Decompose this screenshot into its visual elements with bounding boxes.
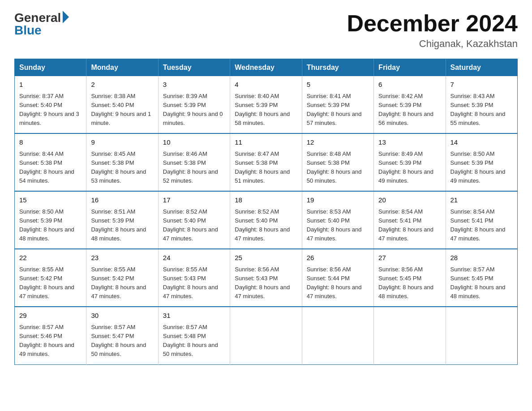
day-info: Sunrise: 8:43 AMSunset: 5:39 PMDaylight:… (450, 93, 506, 126)
table-row: 6 Sunrise: 8:42 AMSunset: 5:39 PMDayligh… (374, 76, 446, 133)
col-saturday: Saturday (446, 59, 517, 77)
day-info: Sunrise: 8:54 AMSunset: 5:41 PMDaylight:… (450, 208, 506, 242)
table-row: 4 Sunrise: 8:40 AMSunset: 5:39 PMDayligh… (230, 76, 302, 133)
table-row: 1 Sunrise: 8:37 AMSunset: 5:40 PMDayligh… (15, 76, 86, 133)
day-info: Sunrise: 8:42 AMSunset: 5:39 PMDaylight:… (378, 93, 433, 126)
calendar-table: Sunday Monday Tuesday Wednesday Thursday… (14, 59, 518, 364)
table-row: 5 Sunrise: 8:41 AMSunset: 5:39 PMDayligh… (302, 76, 373, 133)
col-thursday: Thursday (302, 59, 373, 77)
day-info: Sunrise: 8:57 AMSunset: 5:46 PMDaylight:… (19, 324, 74, 357)
day-info: Sunrise: 8:38 AMSunset: 5:40 PMDaylight:… (91, 93, 151, 126)
table-row: 10 Sunrise: 8:46 AMSunset: 5:38 PMDaylig… (158, 133, 230, 191)
table-row: 17 Sunrise: 8:52 AMSunset: 5:40 PMDaylig… (158, 191, 230, 249)
day-number: 2 (91, 80, 153, 90)
calendar-week-row: 22 Sunrise: 8:55 AMSunset: 5:42 PMDaylig… (15, 249, 518, 307)
day-number: 7 (450, 80, 513, 90)
col-friday: Friday (374, 59, 446, 77)
table-row: 26 Sunrise: 8:56 AMSunset: 5:44 PMDaylig… (302, 249, 373, 307)
day-number: 17 (163, 195, 225, 206)
table-row: 21 Sunrise: 8:54 AMSunset: 5:41 PMDaylig… (446, 191, 517, 249)
logo: General Blue (14, 11, 69, 38)
col-wednesday: Wednesday (230, 59, 302, 77)
day-number: 19 (307, 195, 369, 206)
table-row: 29 Sunrise: 8:57 AMSunset: 5:46 PMDaylig… (15, 307, 86, 364)
calendar-week-row: 15 Sunrise: 8:50 AMSunset: 5:39 PMDaylig… (15, 191, 518, 249)
day-info: Sunrise: 8:45 AMSunset: 5:38 PMDaylight:… (91, 150, 146, 184)
day-info: Sunrise: 8:46 AMSunset: 5:38 PMDaylight:… (163, 150, 218, 184)
table-row: 3 Sunrise: 8:39 AMSunset: 5:39 PMDayligh… (158, 76, 230, 133)
day-number: 18 (235, 195, 297, 206)
day-info: Sunrise: 8:44 AMSunset: 5:38 PMDaylight:… (19, 150, 74, 184)
day-info: Sunrise: 8:55 AMSunset: 5:42 PMDaylight:… (91, 266, 146, 300)
table-row: 25 Sunrise: 8:56 AMSunset: 5:43 PMDaylig… (230, 249, 302, 307)
day-number: 13 (378, 137, 441, 148)
day-info: Sunrise: 8:56 AMSunset: 5:43 PMDaylight:… (235, 266, 290, 300)
day-number: 20 (378, 195, 441, 206)
day-info: Sunrise: 8:37 AMSunset: 5:40 PMDaylight:… (19, 93, 79, 126)
day-info: Sunrise: 8:57 AMSunset: 5:47 PMDaylight:… (91, 324, 146, 357)
day-number: 21 (450, 195, 513, 206)
day-number: 4 (235, 80, 297, 90)
day-info: Sunrise: 8:52 AMSunset: 5:40 PMDaylight:… (163, 208, 218, 242)
day-info: Sunrise: 8:57 AMSunset: 5:45 PMDaylight:… (450, 266, 506, 300)
day-number: 16 (91, 195, 153, 206)
table-row (230, 307, 302, 364)
calendar-week-row: 8 Sunrise: 8:44 AMSunset: 5:38 PMDayligh… (15, 133, 518, 191)
table-row: 7 Sunrise: 8:43 AMSunset: 5:39 PMDayligh… (446, 76, 517, 133)
day-info: Sunrise: 8:56 AMSunset: 5:44 PMDaylight:… (307, 266, 362, 300)
table-row: 14 Sunrise: 8:50 AMSunset: 5:39 PMDaylig… (446, 133, 517, 191)
table-row: 19 Sunrise: 8:53 AMSunset: 5:40 PMDaylig… (302, 191, 373, 249)
day-number: 12 (307, 137, 369, 148)
table-row: 18 Sunrise: 8:52 AMSunset: 5:40 PMDaylig… (230, 191, 302, 249)
day-number: 1 (19, 80, 82, 90)
day-number: 15 (19, 195, 82, 206)
table-row: 30 Sunrise: 8:57 AMSunset: 5:47 PMDaylig… (86, 307, 158, 364)
table-row (302, 307, 373, 364)
page-header: General Blue December 2024 Chiganak, Kaz… (14, 11, 518, 50)
logo-triangle-icon (63, 11, 69, 23)
calendar-week-row: 1 Sunrise: 8:37 AMSunset: 5:40 PMDayligh… (15, 76, 518, 133)
day-number: 14 (450, 137, 513, 148)
day-number: 30 (91, 311, 153, 321)
table-row: 16 Sunrise: 8:51 AMSunset: 5:39 PMDaylig… (86, 191, 158, 249)
table-row: 31 Sunrise: 8:57 AMSunset: 5:48 PMDaylig… (158, 307, 230, 364)
day-number: 23 (91, 253, 153, 263)
col-monday: Monday (86, 59, 158, 77)
day-info: Sunrise: 8:52 AMSunset: 5:40 PMDaylight:… (235, 208, 290, 242)
day-info: Sunrise: 8:51 AMSunset: 5:39 PMDaylight:… (91, 208, 146, 242)
table-row: 23 Sunrise: 8:55 AMSunset: 5:42 PMDaylig… (86, 249, 158, 307)
table-row: 8 Sunrise: 8:44 AMSunset: 5:38 PMDayligh… (15, 133, 86, 191)
day-info: Sunrise: 8:56 AMSunset: 5:45 PMDaylight:… (378, 266, 433, 300)
day-info: Sunrise: 8:50 AMSunset: 5:39 PMDaylight:… (450, 150, 506, 184)
day-info: Sunrise: 8:53 AMSunset: 5:40 PMDaylight:… (307, 208, 362, 242)
table-row: 28 Sunrise: 8:57 AMSunset: 5:45 PMDaylig… (446, 249, 517, 307)
day-info: Sunrise: 8:54 AMSunset: 5:41 PMDaylight:… (378, 208, 433, 242)
day-info: Sunrise: 8:48 AMSunset: 5:38 PMDaylight:… (307, 150, 362, 184)
calendar-header-row: Sunday Monday Tuesday Wednesday Thursday… (15, 59, 518, 77)
day-number: 24 (163, 253, 225, 263)
day-number: 11 (235, 137, 297, 148)
location-label: Chiganak, Kazakhstan (347, 38, 518, 50)
table-row: 20 Sunrise: 8:54 AMSunset: 5:41 PMDaylig… (374, 191, 446, 249)
day-info: Sunrise: 8:41 AMSunset: 5:39 PMDaylight:… (307, 93, 362, 126)
day-number: 26 (307, 253, 369, 263)
day-number: 29 (19, 311, 82, 321)
table-row: 9 Sunrise: 8:45 AMSunset: 5:38 PMDayligh… (86, 133, 158, 191)
day-number: 22 (19, 253, 82, 263)
day-info: Sunrise: 8:55 AMSunset: 5:43 PMDaylight:… (163, 266, 218, 300)
day-number: 8 (19, 137, 82, 148)
day-info: Sunrise: 8:57 AMSunset: 5:48 PMDaylight:… (163, 324, 218, 357)
day-number: 6 (378, 80, 441, 90)
table-row: 24 Sunrise: 8:55 AMSunset: 5:43 PMDaylig… (158, 249, 230, 307)
day-number: 10 (163, 137, 225, 148)
day-number: 28 (450, 253, 513, 263)
col-sunday: Sunday (15, 59, 86, 77)
title-area: December 2024 Chiganak, Kazakhstan (347, 11, 518, 50)
day-number: 27 (378, 253, 441, 263)
day-number: 25 (235, 253, 297, 263)
day-info: Sunrise: 8:50 AMSunset: 5:39 PMDaylight:… (19, 208, 74, 242)
col-tuesday: Tuesday (158, 59, 230, 77)
table-row: 15 Sunrise: 8:50 AMSunset: 5:39 PMDaylig… (15, 191, 86, 249)
day-number: 31 (163, 311, 225, 321)
month-title: December 2024 (347, 11, 518, 36)
